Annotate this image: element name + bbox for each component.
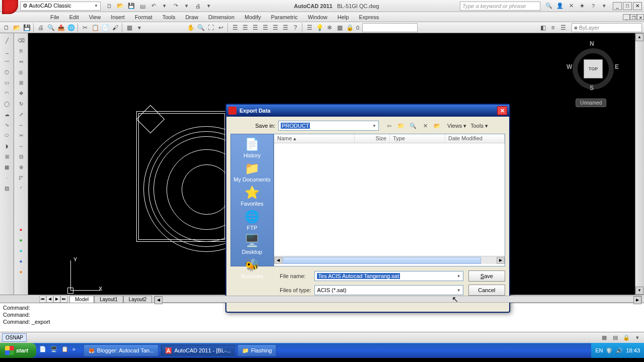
task-flashing[interactable]: 📁Flashing	[237, 344, 277, 356]
construction-icon[interactable]: ⎯	[2, 46, 13, 56]
tray-menu-icon[interactable]: ▾	[633, 333, 642, 342]
copy-icon[interactable]: ⎘	[16, 46, 27, 56]
place-documents[interactable]: 📁My Documents	[233, 161, 270, 183]
task-blogger[interactable]: 🦊Blogger: Autocad Tan...	[84, 344, 159, 356]
annotation-icon[interactable]: 🔒	[622, 333, 631, 342]
menu-express[interactable]: Express	[354, 13, 384, 21]
rotate-icon[interactable]: ↻	[16, 99, 27, 109]
point-icon[interactable]: ·	[2, 172, 13, 183]
menu-format[interactable]: Format	[130, 13, 157, 21]
tray-icon[interactable]: 🔊	[616, 347, 623, 354]
up-icon[interactable]: 📁	[396, 121, 406, 131]
cut-icon[interactable]: ✂	[80, 23, 90, 32]
clock[interactable]: 18:43	[626, 347, 640, 353]
join-icon[interactable]: ⊕	[16, 162, 27, 172]
spline-icon[interactable]: ∿	[2, 120, 13, 130]
menu-insert[interactable]: Insert	[106, 13, 130, 21]
extend-icon[interactable]: →	[16, 141, 27, 151]
col-type[interactable]: Type	[390, 134, 445, 143]
color-blue-icon[interactable]: ●	[16, 256, 27, 266]
place-buzzsaw[interactable]: 🐝Buzzsaw	[241, 258, 263, 279]
open-icon[interactable]: 📂	[12, 23, 21, 32]
help-search-input[interactable]: Type a keyword or phrase	[460, 2, 540, 11]
start-button[interactable]: start	[0, 343, 36, 358]
design-center-icon[interactable]: ☰	[240, 23, 250, 32]
menu-help[interactable]: Help	[333, 13, 354, 21]
favorite-icon[interactable]: ★	[578, 2, 587, 11]
doc-restore-button[interactable]: ❐	[630, 14, 637, 20]
3ddwf-icon[interactable]: 🌐	[66, 23, 75, 32]
col-size[interactable]: Size	[355, 134, 390, 143]
place-desktop[interactable]: 🖥️Desktop	[242, 234, 262, 255]
lang-indicator[interactable]: EN	[595, 347, 603, 353]
trim-icon[interactable]: ✂	[16, 130, 27, 140]
color-orange-icon[interactable]: ●	[16, 266, 27, 277]
insert-icon[interactable]: ⊞	[2, 151, 13, 161]
erase-icon[interactable]: ⌫	[16, 35, 27, 45]
minimize-button[interactable]: _	[613, 2, 622, 10]
color-icon[interactable]: ◧	[538, 23, 547, 32]
menu-parametric[interactable]: Parametric	[266, 13, 302, 21]
doc-close-button[interactable]: ✕	[637, 14, 644, 20]
zoom-icon[interactable]: 🔍	[196, 23, 205, 32]
mirror-icon[interactable]: ⇔	[16, 56, 27, 66]
stretch-icon[interactable]: ↔	[16, 120, 27, 130]
viewcube-top-face[interactable]: TOP	[584, 59, 603, 78]
doc-minimize-button[interactable]: _	[623, 14, 630, 20]
chamfer-icon[interactable]: ◸	[16, 172, 27, 183]
layer-lock-icon[interactable]: 🔒	[345, 23, 354, 32]
model-icon[interactable]: ▦	[600, 333, 609, 342]
make-block-icon[interactable]: ▦	[2, 162, 13, 172]
undo-icon[interactable]: ↶	[149, 2, 158, 11]
calc-icon[interactable]: ☰	[281, 23, 290, 32]
savein-dropdown[interactable]: PRODUCT ▼	[278, 121, 379, 131]
chevron-down-icon[interactable]: ▾	[204, 2, 213, 11]
paste-icon[interactable]: 📄	[101, 23, 110, 32]
list-body[interactable]	[274, 143, 505, 256]
ellipse-icon[interactable]: ⬭	[2, 130, 13, 140]
scroll-right-icon[interactable]: ▶	[497, 257, 505, 264]
color-green-icon[interactable]: ●	[16, 235, 27, 245]
tray-icon[interactable]: 🛡️	[606, 347, 613, 354]
polygon-icon[interactable]: ⬡	[2, 67, 13, 77]
pan-icon[interactable]: ✋	[186, 23, 195, 32]
revcloud-icon[interactable]: ☁	[2, 109, 13, 119]
tools-menu[interactable]: Tools ▾	[470, 123, 488, 129]
break-icon[interactable]: ⊟	[16, 151, 27, 161]
scroll-left-icon[interactable]: ◀	[154, 296, 163, 304]
search-web-icon[interactable]: 🔍	[408, 121, 418, 131]
offset-icon[interactable]: ◎	[16, 67, 27, 77]
chevron-down-icon[interactable]: ▾	[182, 2, 191, 11]
ql-icon[interactable]: 📄	[39, 346, 48, 355]
col-date[interactable]: Date Modified	[445, 134, 505, 143]
layer-freeze-icon[interactable]: ❄	[325, 23, 334, 32]
file-list[interactable]: Name ▴ Size Type Date Modified ◀ ▶	[274, 134, 505, 266]
task-autocad[interactable]: 🅰️AutoCAD 2011 - [BL-...	[160, 344, 235, 356]
saveas-icon[interactable]: 🖴	[138, 2, 147, 11]
zoom-prev-icon[interactable]: ↩	[216, 23, 225, 32]
markup-icon[interactable]: ☰	[271, 23, 280, 32]
scroll-left-icon[interactable]: ◀	[274, 257, 282, 264]
subscribe-icon[interactable]: 👤	[555, 2, 565, 11]
chevron-down-icon[interactable]: ▾	[600, 2, 609, 11]
color-red-icon[interactable]: ●	[16, 224, 27, 234]
line-icon[interactable]: ╱	[2, 35, 13, 45]
help-icon[interactable]: ?	[589, 2, 598, 11]
layer-props-icon[interactable]: ☰	[305, 23, 314, 32]
redo-icon[interactable]: ↷	[171, 2, 180, 11]
print-icon[interactable]: 🖨	[193, 2, 202, 11]
col-name[interactable]: Name ▴	[274, 134, 355, 143]
new-icon[interactable]: 🗋	[105, 2, 114, 11]
menu-draw[interactable]: Draw	[180, 13, 203, 21]
quick-view-icon[interactable]: ▤	[611, 333, 620, 342]
workspace-dropdown[interactable]: ⚙ AutoCAD Classic ▼	[20, 2, 101, 11]
close-button[interactable]: ✕	[497, 106, 507, 115]
layer-icon[interactable]: ▦	[335, 23, 344, 32]
layer-state-icon[interactable]: 💡	[315, 23, 324, 32]
chevron-down-icon[interactable]: ▾	[160, 2, 169, 11]
match-icon[interactable]: 🖌	[111, 23, 120, 32]
save-icon[interactable]: 💾	[127, 2, 136, 11]
lineweight-icon[interactable]: ☰	[558, 23, 568, 32]
tab-model[interactable]: Model	[69, 296, 94, 303]
filename-input[interactable]: Tes ACIS Autocad Tangerang.sat ▼	[314, 271, 463, 281]
